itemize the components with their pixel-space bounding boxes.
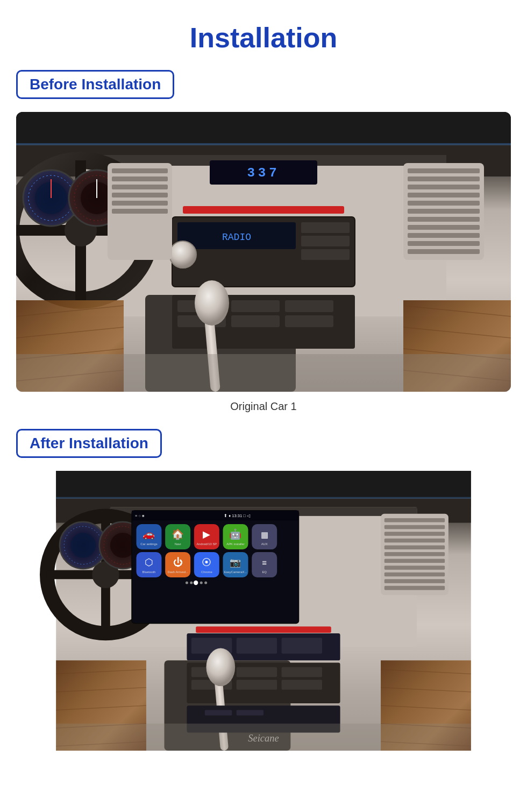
svg-rect-135 bbox=[384, 579, 445, 583]
svg-rect-44 bbox=[112, 201, 168, 206]
before-image-caption: Original Car 1 bbox=[230, 400, 296, 413]
svg-text:▦: ▦ bbox=[261, 530, 268, 539]
svg-point-116 bbox=[190, 581, 193, 584]
svg-rect-32 bbox=[408, 201, 480, 206]
svg-rect-163 bbox=[56, 497, 471, 499]
svg-rect-30 bbox=[408, 185, 480, 189]
svg-text:APK installer: APK installer bbox=[226, 542, 245, 546]
svg-point-147 bbox=[206, 648, 235, 686]
svg-rect-41 bbox=[112, 176, 168, 181]
svg-rect-136 bbox=[384, 586, 445, 590]
svg-point-117 bbox=[194, 581, 198, 585]
svg-point-55 bbox=[195, 280, 229, 326]
svg-rect-37 bbox=[408, 241, 480, 246]
svg-text:⬡: ⬡ bbox=[145, 556, 153, 568]
svg-point-77 bbox=[70, 533, 96, 558]
svg-rect-82 bbox=[132, 511, 298, 520]
svg-text:Car settings: Car settings bbox=[140, 542, 157, 546]
svg-text:EQ: EQ bbox=[262, 570, 267, 574]
svg-rect-132 bbox=[384, 559, 445, 563]
svg-rect-29 bbox=[408, 176, 480, 181]
svg-point-119 bbox=[204, 581, 207, 584]
svg-rect-23 bbox=[301, 222, 350, 233]
svg-rect-52 bbox=[231, 315, 280, 327]
svg-rect-38 bbox=[408, 249, 480, 254]
svg-text:AUX: AUX bbox=[261, 542, 268, 546]
svg-rect-142 bbox=[282, 667, 322, 677]
svg-text:⬆ ♦ 13:31  □  ◁: ⬆ ♦ 13:31 □ ◁ bbox=[224, 513, 251, 518]
svg-rect-133 bbox=[384, 566, 445, 570]
svg-text:⦿: ⦿ bbox=[202, 556, 211, 568]
svg-text:Chrome: Chrome bbox=[201, 570, 212, 574]
svg-text:⏻: ⏻ bbox=[173, 556, 183, 568]
svg-rect-145 bbox=[282, 680, 322, 689]
page-title: Installation bbox=[190, 22, 337, 54]
svg-text:🚗: 🚗 bbox=[143, 528, 155, 540]
svg-rect-131 bbox=[384, 552, 445, 556]
svg-rect-64 bbox=[16, 354, 511, 392]
svg-rect-40 bbox=[112, 168, 168, 173]
svg-rect-19 bbox=[183, 206, 344, 214]
svg-rect-35 bbox=[408, 225, 480, 230]
svg-text:▶: ▶ bbox=[203, 528, 210, 540]
svg-rect-31 bbox=[408, 193, 480, 197]
before-installation-badge: Before Installation bbox=[16, 70, 174, 99]
svg-point-118 bbox=[200, 581, 203, 584]
svg-rect-130 bbox=[384, 545, 445, 549]
svg-rect-53 bbox=[285, 315, 333, 327]
svg-rect-150 bbox=[237, 710, 264, 716]
after-badge-text: After Installation bbox=[30, 435, 148, 451]
svg-rect-134 bbox=[384, 573, 445, 577]
svg-rect-127 bbox=[384, 525, 445, 529]
svg-rect-36 bbox=[408, 233, 480, 238]
svg-rect-162 bbox=[56, 724, 471, 751]
svg-rect-123 bbox=[237, 638, 277, 653]
before-installation-image: 337 RADIO bbox=[16, 112, 511, 392]
svg-text:EasyCameraX...: EasyCameraX... bbox=[224, 570, 247, 574]
svg-rect-28 bbox=[408, 168, 480, 173]
svg-text:Android/10 SP: Android/10 SP bbox=[196, 542, 217, 546]
svg-rect-34 bbox=[408, 217, 480, 222]
content-wrapper: Before Installation bbox=[0, 70, 527, 751]
svg-rect-129 bbox=[384, 539, 445, 543]
svg-rect-65 bbox=[16, 143, 511, 145]
svg-text:Navi: Navi bbox=[175, 542, 181, 546]
svg-rect-126 bbox=[384, 518, 445, 522]
svg-text:Dash Arrived...: Dash Arrived... bbox=[167, 570, 188, 574]
svg-rect-49 bbox=[231, 300, 280, 312]
svg-point-115 bbox=[186, 581, 188, 584]
svg-rect-50 bbox=[285, 300, 333, 312]
svg-text:Bluetooth: Bluetooth bbox=[143, 570, 156, 574]
svg-rect-42 bbox=[112, 185, 168, 189]
svg-rect-124 bbox=[282, 638, 322, 653]
before-badge-text: Before Installation bbox=[30, 76, 161, 93]
svg-rect-43 bbox=[112, 193, 168, 197]
svg-text:≡: ≡ bbox=[262, 558, 267, 567]
svg-rect-25 bbox=[301, 249, 350, 260]
svg-text:📷: 📷 bbox=[230, 557, 241, 568]
svg-rect-141 bbox=[237, 667, 277, 677]
svg-text:≡  ○  ■: ≡ ○ ■ bbox=[135, 513, 145, 518]
svg-rect-128 bbox=[384, 532, 445, 536]
after-installation-image: ≡ ○ ■ ⬆ ♦ 13:31 □ ◁ 🚗 Car settings 🏠 Nav… bbox=[16, 471, 511, 751]
svg-rect-33 bbox=[408, 209, 480, 214]
svg-rect-144 bbox=[237, 680, 277, 689]
svg-text:🏠: 🏠 bbox=[172, 528, 184, 540]
svg-point-26 bbox=[169, 241, 196, 268]
svg-rect-45 bbox=[112, 209, 168, 214]
after-installation-badge: After Installation bbox=[16, 429, 162, 458]
svg-text:🤖: 🤖 bbox=[230, 528, 243, 540]
svg-text:RADIO: RADIO bbox=[222, 232, 251, 243]
svg-rect-149 bbox=[205, 710, 232, 716]
svg-rect-120 bbox=[196, 626, 331, 633]
svg-text:337: 337 bbox=[247, 166, 280, 180]
svg-rect-24 bbox=[301, 236, 350, 246]
